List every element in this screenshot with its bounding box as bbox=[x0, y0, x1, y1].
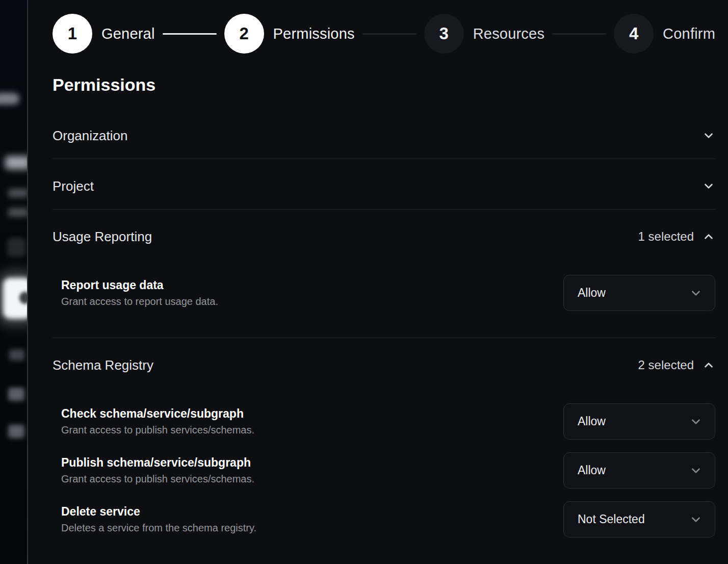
blurred-nav-pill bbox=[0, 93, 19, 105]
step-general-label: General bbox=[101, 25, 155, 42]
step-connector-todo bbox=[552, 33, 606, 35]
chevron-down-icon bbox=[689, 464, 703, 477]
permission-row-delete-service: Delete service Deletes a service from th… bbox=[53, 501, 715, 537]
blurred-icon-tile bbox=[7, 238, 25, 257]
permission-description: Grant access to report usage data. bbox=[61, 295, 218, 307]
step-general[interactable]: 1 General bbox=[53, 14, 155, 54]
permission-row-check-schema: Check schema/service/subgraph Grant acce… bbox=[53, 403, 715, 440]
section-header-schema-registry[interactable]: Schema Registry 2 selected bbox=[53, 338, 715, 388]
selected-count-badge: 1 selected bbox=[638, 229, 694, 244]
section-header-organization[interactable]: Organization bbox=[53, 109, 715, 159]
section-content-usage-reporting: Report usage data Grant access to report… bbox=[53, 260, 715, 338]
step-confirm[interactable]: 4 Confirm bbox=[614, 14, 715, 54]
chevron-down-icon bbox=[689, 513, 703, 526]
permission-title: Report usage data bbox=[61, 278, 218, 292]
step-permissions[interactable]: 2 Permissions bbox=[224, 14, 355, 54]
permission-select-delete-service[interactable]: Not Selected bbox=[563, 501, 715, 537]
background-sidebar bbox=[0, 0, 28, 564]
permission-row-report-usage-data: Report usage data Grant access to report… bbox=[53, 275, 715, 311]
blurred-menu-item bbox=[9, 349, 24, 361]
permission-select-check-schema[interactable]: Allow bbox=[563, 403, 715, 440]
section-title: Schema Registry bbox=[53, 357, 153, 373]
blurred-text-blob bbox=[8, 208, 28, 217]
chevron-down-icon bbox=[702, 129, 715, 142]
step-resources[interactable]: 3 Resources bbox=[424, 14, 544, 54]
selected-count-badge: 2 selected bbox=[638, 358, 694, 372]
step-confirm-label: Confirm bbox=[663, 25, 715, 42]
step-connector-todo bbox=[362, 33, 417, 35]
permission-select-publish-schema[interactable]: Allow bbox=[563, 452, 715, 489]
select-value: Allow bbox=[578, 415, 606, 428]
section-title: Project bbox=[53, 178, 94, 194]
permission-select-report-usage-data[interactable]: Allow bbox=[563, 275, 715, 311]
wizard-panel: 1 General 2 Permissions 3 Resources 4 Co… bbox=[28, 0, 728, 564]
section-title: Usage Reporting bbox=[53, 229, 152, 244]
permission-sections: Organization Project Usage Reporting 1 s… bbox=[53, 109, 715, 564]
page-title: Permissions bbox=[53, 75, 715, 94]
step-permissions-label: Permissions bbox=[273, 25, 355, 42]
permission-description: Grant access to publish services/schemas… bbox=[61, 473, 254, 485]
permission-description: Deletes a service from the schema regist… bbox=[61, 522, 256, 534]
wizard-stepper: 1 General 2 Permissions 3 Resources 4 Co… bbox=[53, 14, 715, 54]
chevron-up-icon bbox=[702, 230, 715, 243]
select-value: Allow bbox=[578, 464, 606, 477]
step-resources-number: 3 bbox=[424, 14, 464, 54]
chevron-down-icon bbox=[702, 180, 715, 193]
permission-title: Delete service bbox=[61, 505, 256, 518]
blurred-tile-glyph bbox=[19, 292, 28, 304]
permission-row-publish-schema: Publish schema/service/subgraph Grant ac… bbox=[53, 452, 715, 489]
chevron-down-icon bbox=[689, 287, 703, 300]
section-header-project[interactable]: Project bbox=[53, 159, 715, 209]
blurred-heading-blob bbox=[5, 156, 28, 169]
section-title: Organization bbox=[53, 128, 127, 143]
section-content-schema-registry: Check schema/service/subgraph Grant acce… bbox=[53, 388, 715, 564]
permission-description: Grant access to publish services/schemas… bbox=[61, 424, 254, 436]
blurred-menu-item bbox=[8, 388, 24, 401]
blurred-menu-item bbox=[8, 425, 24, 438]
select-value: Not Selected bbox=[578, 512, 645, 526]
step-confirm-number: 4 bbox=[614, 14, 654, 54]
step-resources-label: Resources bbox=[473, 25, 544, 42]
step-connector-done bbox=[163, 33, 217, 35]
select-value: Allow bbox=[578, 286, 606, 300]
section-header-usage-reporting[interactable]: Usage Reporting 1 selected bbox=[53, 210, 715, 260]
step-general-number: 1 bbox=[53, 14, 92, 54]
permission-title: Publish schema/service/subgraph bbox=[61, 456, 254, 469]
step-permissions-number: 2 bbox=[224, 14, 264, 54]
chevron-down-icon bbox=[689, 415, 703, 428]
blurred-text-blob bbox=[8, 189, 28, 197]
chevron-up-icon bbox=[702, 358, 715, 372]
permission-title: Check schema/service/subgraph bbox=[61, 407, 254, 420]
